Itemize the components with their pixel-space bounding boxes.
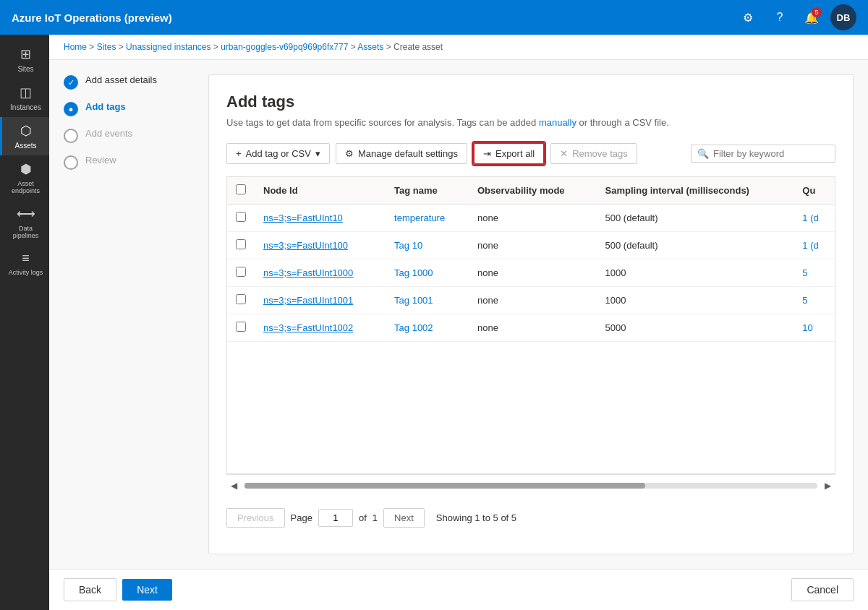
sidebar-item-asset-endpoints[interactable]: ⬢ Asset endpoints: [0, 155, 49, 200]
topbar: Azure IoT Operations (preview) ⚙ ? 🔔 5 D…: [0, 0, 868, 35]
search-icon: 🔍: [697, 148, 709, 159]
row-checkbox-cell: [227, 287, 255, 314]
cell-obs-mode: none: [469, 314, 597, 342]
col-header-node-id: Node Id: [255, 177, 386, 205]
instances-icon: ◫: [20, 85, 32, 100]
sidebar-item-label: Data pipelines: [5, 225, 46, 239]
table-row: ns=3;s=FastUInt1001 Tag 1001 none 1000 5: [227, 287, 835, 314]
breadcrumb-assets[interactable]: Assets: [357, 42, 383, 52]
asset-endpoints-icon: ⬢: [20, 161, 32, 177]
select-all-header: [227, 177, 255, 205]
cell-qu: 10: [793, 314, 835, 342]
scroll-left-arrow[interactable]: ◀: [226, 478, 242, 494]
sidebar-item-sites[interactable]: ⊞ Sites: [0, 40, 49, 79]
breadcrumb-sites[interactable]: Sites: [97, 42, 116, 52]
sidebar-item-activity-logs[interactable]: ≡ Activity logs: [0, 245, 49, 282]
remove-tags-button[interactable]: ✕ Remove tags: [550, 143, 637, 164]
row-checkbox-0[interactable]: [236, 212, 246, 222]
notification-button[interactable]: 🔔: [799, 4, 825, 30]
breadcrumb-device[interactable]: urban-goggles-v69pq969p6fx777: [221, 42, 348, 52]
cell-sampling: 500 (default): [597, 205, 794, 232]
tags-table: Node Id Tag name Observability mode Samp…: [227, 177, 835, 342]
breadcrumb: Home > Sites > Unassigned instances > ur…: [49, 35, 868, 60]
sidebar-item-data-pipelines[interactable]: ⟷ Data pipelines: [0, 200, 49, 245]
page-label: Page: [291, 512, 312, 523]
sidebar-item-label: Asset endpoints: [5, 180, 46, 194]
cell-tag-name: Tag 1000: [386, 259, 469, 287]
wizard-steps: ✓ Add asset details ● Add tags Add event…: [64, 74, 194, 554]
step-label-3: Add events: [85, 128, 132, 139]
cell-tag-name: Tag 10: [386, 232, 469, 259]
cell-sampling: 500 (default): [597, 232, 794, 259]
row-checkbox-1[interactable]: [236, 239, 246, 249]
next-button[interactable]: Next: [122, 579, 172, 601]
row-checkbox-4[interactable]: [236, 322, 246, 332]
scroll-bar-thumb: [244, 483, 645, 489]
breadcrumb-current: Create asset: [393, 42, 443, 52]
next-page-button[interactable]: Next: [383, 508, 425, 528]
wizard-step-add-tags[interactable]: ● Add tags: [64, 101, 194, 116]
cell-qu: 1 (d: [793, 232, 835, 259]
row-checkbox-3[interactable]: [236, 294, 246, 304]
notification-area: 🔔 5: [799, 4, 825, 30]
export-all-button[interactable]: ⇥ Export all: [473, 142, 545, 165]
wizard-step-add-events[interactable]: Add events: [64, 128, 194, 143]
col-header-qu: Qu: [793, 177, 835, 205]
page-title: Add tags: [226, 93, 835, 111]
sidebar-item-assets[interactable]: ⬡ Assets: [0, 117, 49, 155]
step-label-2: Add tags: [85, 101, 126, 112]
remove-icon: ✕: [560, 148, 568, 159]
previous-button[interactable]: Previous: [226, 508, 285, 528]
step-circle-3: [64, 129, 78, 143]
help-button[interactable]: ?: [767, 4, 793, 30]
wizard-step-add-asset-details[interactable]: ✓ Add asset details: [64, 74, 194, 90]
cell-obs-mode: none: [469, 205, 597, 232]
cell-tag-name: Tag 1001: [386, 287, 469, 314]
row-checkbox-2[interactable]: [236, 267, 246, 277]
sidebar-item-label: Sites: [17, 65, 33, 73]
pagination: Previous Page of 1 Next Showing 1 to 5 o…: [226, 499, 835, 536]
cancel-button[interactable]: Cancel: [791, 578, 854, 601]
data-pipelines-icon: ⟷: [17, 206, 35, 222]
manually-link[interactable]: manually: [539, 117, 576, 128]
add-tag-csv-button[interactable]: + Add tag or CSV ▾: [226, 143, 330, 164]
topbar-icons: ⚙ ? 🔔 5 DB: [735, 4, 856, 30]
filter-input[interactable]: [713, 148, 829, 159]
step-label-4: Review: [85, 155, 116, 166]
sidebar-item-instances[interactable]: ◫ Instances: [0, 79, 49, 117]
settings-button[interactable]: ⚙: [735, 4, 761, 30]
page-number-input[interactable]: [318, 509, 353, 527]
step-circle-4: [64, 155, 78, 170]
sites-icon: ⊞: [20, 46, 31, 62]
wizard-step-review[interactable]: Review: [64, 155, 194, 170]
breadcrumb-home[interactable]: Home: [64, 42, 87, 52]
cell-sampling: 1000: [597, 287, 794, 314]
main-panel: Add tags Use tags to get data from speci…: [208, 74, 854, 554]
assets-icon: ⬡: [20, 123, 32, 139]
cell-node-id: ns=3;s=FastUInt1000: [255, 259, 386, 287]
manage-default-settings-button[interactable]: ⚙ Manage default settings: [336, 143, 467, 164]
cell-node-id: ns=3;s=FastUInt100: [255, 232, 386, 259]
page-subtitle: Use tags to get data from specific sourc…: [226, 117, 835, 128]
cell-tag-name: temperature: [386, 205, 469, 232]
breadcrumb-unassigned-instances[interactable]: Unassigned instances: [126, 42, 210, 52]
scroll-right-arrow[interactable]: ▶: [820, 478, 835, 494]
cell-sampling: 1000: [597, 259, 794, 287]
node-id-link[interactable]: ns=3;s=FastUInt100: [263, 240, 348, 251]
export-icon: ⇥: [483, 148, 491, 159]
page-content: ✓ Add asset details ● Add tags Add event…: [49, 60, 868, 569]
cell-node-id: ns=3;s=FastUInt1001: [255, 287, 386, 314]
back-button[interactable]: Back: [64, 578, 116, 601]
select-all-checkbox[interactable]: [236, 184, 246, 194]
showing-info: Showing 1 to 5 of 5: [436, 512, 516, 523]
node-id-link[interactable]: ns=3;s=FastUInt1001: [263, 295, 353, 306]
cell-obs-mode: none: [469, 259, 597, 287]
node-id-link[interactable]: ns=3;s=FastUInt10: [263, 212, 343, 223]
node-id-link[interactable]: ns=3;s=FastUInt1000: [263, 267, 353, 278]
node-id-link[interactable]: ns=3;s=FastUInt1002: [263, 322, 353, 333]
table-wrap: Node Id Tag name Observability mode Samp…: [226, 176, 835, 474]
toolbar: + Add tag or CSV ▾ ⚙ Manage default sett…: [226, 142, 835, 165]
cell-tag-name: Tag 1002: [386, 314, 469, 342]
table-row: ns=3;s=FastUInt1000 Tag 1000 none 1000 5: [227, 259, 835, 287]
avatar-button[interactable]: DB: [830, 4, 856, 30]
